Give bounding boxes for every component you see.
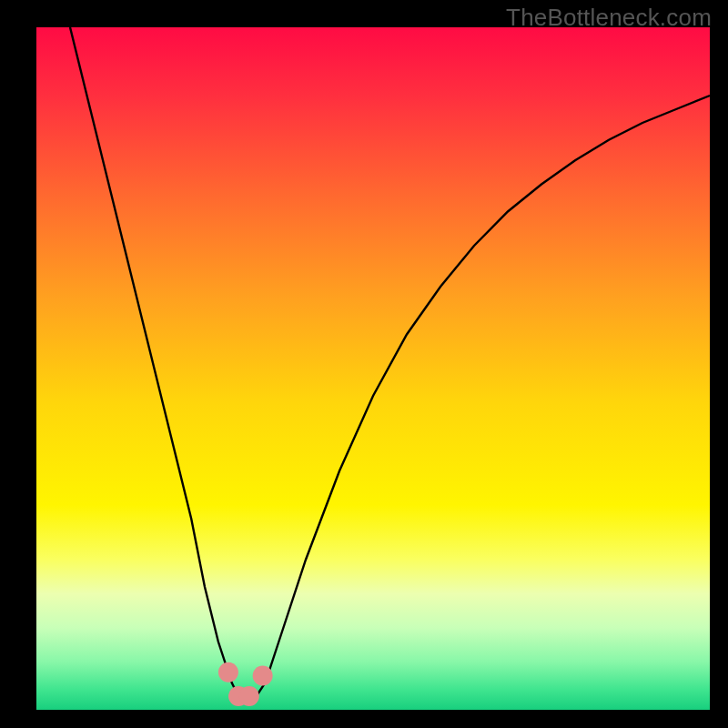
plot-area xyxy=(36,27,710,710)
chart-frame: TheBottleneck.com xyxy=(0,0,728,728)
highlight-dot xyxy=(239,686,259,706)
highlight-dot xyxy=(218,662,238,682)
gradient-background xyxy=(36,27,710,710)
highlight-dot xyxy=(253,666,273,686)
bottleneck-chart xyxy=(36,27,710,710)
